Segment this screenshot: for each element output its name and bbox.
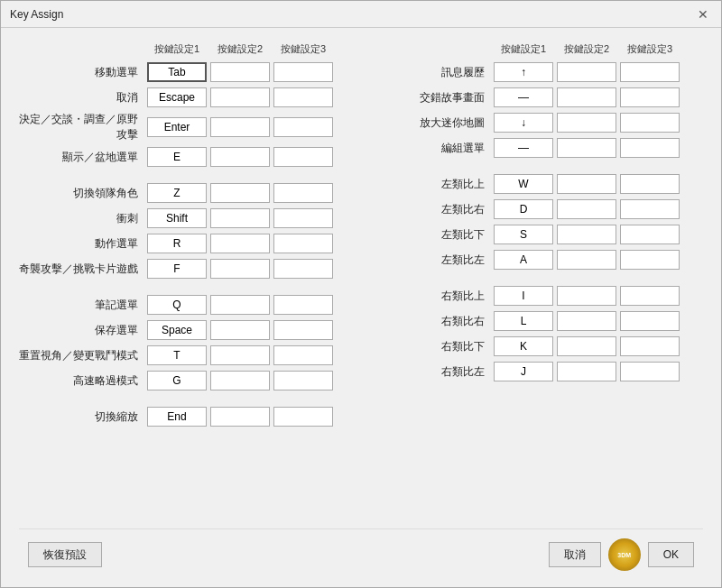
key-input-secondary[interactable] (557, 250, 616, 270)
key-input-secondary[interactable] (273, 87, 333, 107)
key-input-primary[interactable] (494, 62, 553, 82)
key-input-primary[interactable] (494, 362, 553, 381)
left-column: 按鍵設定1 按鍵設定2 按鍵設定3 移動選單取消決定／交談・調查／原野攻擊顯示／… (19, 42, 356, 519)
key-input-secondary[interactable] (620, 250, 680, 270)
key-input-secondary[interactable] (210, 87, 270, 107)
key-input-primary[interactable] (494, 336, 553, 356)
key-cell (494, 250, 553, 270)
key-input-primary[interactable] (494, 225, 553, 244)
key-cell (620, 250, 680, 270)
key-input-primary[interactable] (494, 250, 553, 270)
key-input-secondary[interactable] (273, 320, 333, 340)
key-input-primary[interactable] (494, 174, 553, 194)
cancel-button[interactable]: 取消 (549, 542, 601, 567)
key-input-secondary[interactable] (210, 295, 270, 315)
right-header-col2: 按鍵設定2 (555, 42, 618, 56)
key-input-secondary[interactable] (273, 371, 333, 390)
key-input-primary[interactable] (147, 295, 207, 315)
key-cell (494, 199, 553, 219)
key-input-secondary[interactable] (273, 147, 333, 167)
key-input-secondary[interactable] (273, 208, 333, 228)
key-input-secondary[interactable] (557, 199, 616, 219)
key-input-secondary[interactable] (620, 138, 680, 158)
key-input-secondary[interactable] (273, 295, 333, 315)
key-input-secondary[interactable] (557, 336, 616, 356)
row-label: 切換領隊角色 (19, 186, 145, 201)
table-row: 訊息履歷 (366, 61, 703, 83)
key-cell (494, 286, 553, 306)
key-input-primary[interactable] (494, 113, 553, 133)
key-input-primary[interactable] (147, 259, 207, 279)
ok-button[interactable]: OK (648, 542, 694, 567)
close-button[interactable]: ✕ (694, 5, 712, 23)
key-input-primary[interactable] (494, 311, 553, 331)
key-input-secondary[interactable] (620, 225, 680, 244)
key-input-secondary[interactable] (620, 87, 680, 107)
key-input-primary[interactable] (494, 199, 553, 219)
key-input-secondary[interactable] (273, 234, 333, 253)
key-input-primary[interactable] (147, 407, 207, 427)
key-input-secondary[interactable] (620, 174, 680, 194)
key-input-secondary[interactable] (620, 311, 680, 331)
key-input-primary[interactable] (494, 286, 553, 306)
key-input-secondary[interactable] (210, 234, 270, 253)
key-input-secondary[interactable] (557, 362, 616, 381)
key-input-secondary[interactable] (273, 407, 333, 427)
left-header-col1: 按鍵設定1 (145, 42, 208, 56)
key-input-secondary[interactable] (620, 286, 680, 306)
key-input-secondary[interactable] (273, 259, 333, 279)
key-input-secondary[interactable] (210, 183, 270, 203)
key-input-secondary[interactable] (273, 345, 333, 365)
key-input-primary[interactable] (147, 183, 207, 203)
key-input-primary[interactable] (494, 87, 553, 107)
key-input-primary[interactable] (147, 87, 207, 107)
key-cell (147, 62, 207, 82)
key-cell (147, 320, 207, 340)
key-input-secondary[interactable] (557, 286, 616, 306)
key-input-primary[interactable] (147, 62, 207, 82)
key-input-secondary[interactable] (210, 371, 270, 390)
key-input-secondary[interactable] (620, 199, 680, 219)
key-cell (273, 234, 333, 253)
key-input-primary[interactable] (147, 345, 207, 365)
key-input-secondary[interactable] (210, 345, 270, 365)
key-cell (210, 234, 270, 253)
key-input-secondary[interactable] (620, 62, 680, 82)
table-row: 交錯故事畫面 (366, 87, 703, 108)
key-input-secondary[interactable] (557, 62, 616, 82)
key-input-primary[interactable] (147, 371, 207, 390)
key-input-secondary[interactable] (210, 147, 270, 167)
key-input-secondary[interactable] (620, 336, 680, 356)
key-input-secondary[interactable] (557, 311, 616, 331)
key-input-secondary[interactable] (210, 117, 270, 137)
key-cell (557, 113, 616, 133)
key-input-secondary[interactable] (273, 183, 333, 203)
key-input-secondary[interactable] (210, 62, 270, 82)
key-cell (210, 183, 270, 203)
key-input-secondary[interactable] (557, 225, 616, 244)
key-input-secondary[interactable] (273, 62, 333, 82)
key-cell (494, 225, 553, 244)
restore-defaults-button[interactable]: 恢復預設 (28, 542, 102, 567)
key-cell (273, 117, 333, 137)
key-input-secondary[interactable] (557, 174, 616, 194)
key-input-primary[interactable] (147, 234, 207, 253)
key-input-primary[interactable] (147, 117, 207, 137)
key-input-secondary[interactable] (273, 117, 333, 137)
key-cell (147, 117, 207, 137)
key-input-secondary[interactable] (210, 208, 270, 228)
key-input-primary[interactable] (494, 138, 553, 158)
key-cell (147, 208, 207, 228)
key-input-secondary[interactable] (557, 87, 616, 107)
key-input-secondary[interactable] (210, 320, 270, 340)
key-input-secondary[interactable] (557, 113, 616, 133)
row-label: 左類比下 (366, 227, 492, 243)
key-input-primary[interactable] (147, 320, 207, 340)
key-input-secondary[interactable] (557, 138, 616, 158)
key-input-primary[interactable] (147, 208, 207, 228)
key-input-secondary[interactable] (210, 259, 270, 279)
key-input-primary[interactable] (147, 147, 207, 167)
key-input-secondary[interactable] (210, 407, 270, 427)
key-input-secondary[interactable] (620, 362, 680, 381)
key-input-secondary[interactable] (620, 113, 680, 133)
